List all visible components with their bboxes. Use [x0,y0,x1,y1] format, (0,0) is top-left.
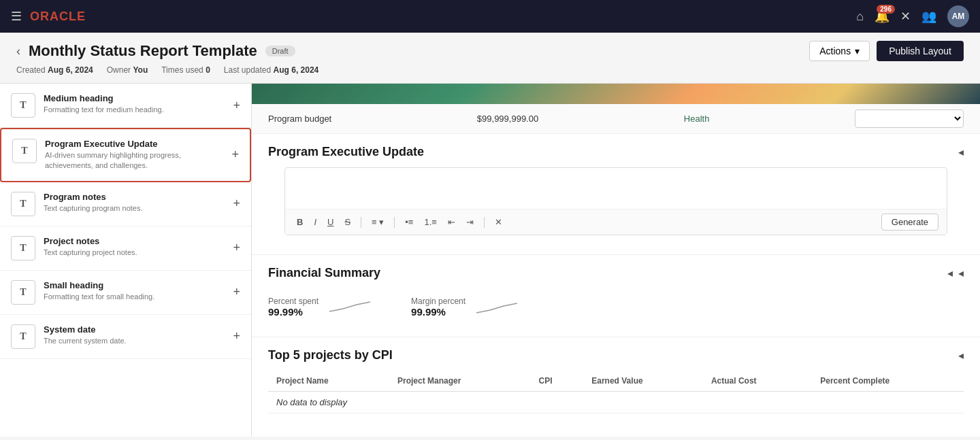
col-cpi: CPI [530,371,583,392]
percent-spent-label: Percent spent [268,297,318,306]
ordered-list-button[interactable]: 1.≡ [421,215,440,229]
sidebar-item-small-heading[interactable]: T Small heading Formatting text for smal… [0,271,251,315]
text-icon-small: T [11,280,35,305]
health-badge: Health [684,114,710,124]
clear-format-button[interactable]: ✕ [491,215,506,229]
percent-spent-info: Percent spent 99.99% [268,297,318,318]
add-project-notes-button[interactable]: + [233,241,240,255]
bold-button[interactable]: B [293,215,306,229]
times-used-label: Times used 0 [161,65,210,75]
sidebar-item-title: Medium heading [44,93,225,103]
indent-button[interactable]: ⇥ [463,215,477,229]
user-x-icon[interactable]: ✕ [900,9,911,24]
margin-percent-value: 99.99% [411,306,466,318]
col-percent-complete: Percent Complete [812,371,964,392]
sidebar-item-text-program-notes: Program notes Text capturing program not… [44,192,225,214]
page-header: ‹ Monthly Status Report Template Draft A… [0,33,980,84]
text-icon-program-notes: T [11,192,35,216]
owner-label: Owner You [107,65,148,75]
generate-button[interactable]: Generate [881,214,938,231]
sidebar-item-text-small: Small heading Formatting text for small … [44,280,225,302]
home-icon[interactable]: ⌂ [856,10,864,24]
financial-collapse-btn-1[interactable]: ◂ [947,267,953,280]
page-title-left: ‹ Monthly Status Report Template Draft [16,42,295,60]
margin-percent-label: Margin percent [411,297,466,306]
add-executive-update-button[interactable]: + [231,148,239,162]
section-title: Program Executive Update [268,145,424,159]
col-earned-value: Earned Value [583,371,703,392]
users-icon[interactable]: 👥 [921,9,936,24]
add-small-heading-button[interactable]: + [233,285,240,299]
editor-content[interactable] [285,168,947,209]
sidebar-item-text-system-date: System date The current system date. [44,324,225,346]
top5-cpi-section: Top 5 projects by CPI ◂ Project Name Pro… [252,337,980,419]
section-header: Program Executive Update ◂ [268,145,964,159]
back-button[interactable]: ‹ [16,44,20,58]
budget-value: $99,999,999.00 [477,114,538,124]
underline-button[interactable]: U [324,215,337,229]
sidebar-item-text-project-notes: Project notes Text capturing project not… [44,236,225,258]
strikethrough-button[interactable]: S [341,215,354,229]
sidebar-item-system-date[interactable]: T System date The current system date. + [0,315,251,359]
toolbar-divider-2 [394,217,395,228]
editor-toolbar: B I U S ≡ ▾ •≡ 1.≡ ⇤ ⇥ ✕ Generate [285,209,947,235]
sidebar-item-desc: Formatting text for small heading. [44,292,225,302]
program-executive-update-section: Program Executive Update ◂ B I U S ≡ ▾ •… [252,134,980,255]
financial-summary-title: Financial Summary [268,266,380,280]
main-layout: T Medium heading Formatting text for med… [0,84,980,437]
sidebar-item-text-medium: Medium heading Formatting text for mediu… [44,93,225,115]
avatar[interactable]: AM [947,5,969,27]
sidebar-item-title: Program Executive Update [45,139,223,149]
draft-badge: Draft [265,46,295,56]
sidebar-item-program-executive-update[interactable]: T Program Executive Update AI-driven sum… [0,128,251,182]
page-title: Monthly Status Report Template [29,42,257,60]
no-data-cell: No data to display [268,392,964,413]
add-program-notes-button[interactable]: + [233,197,240,211]
sidebar-item-desc: The current system date. [44,336,225,346]
notifications-icon[interactable]: 🔔 296 [875,9,889,24]
table-row: No data to display [268,392,964,413]
top5-collapse-button[interactable]: ◂ [958,349,964,362]
align-button[interactable]: ≡ ▾ [368,215,387,229]
oracle-logo: ORACLE [30,10,86,24]
editor-container: B I U S ≡ ▾ •≡ 1.≡ ⇤ ⇥ ✕ Generate [284,167,947,235]
page-title-row: ‹ Monthly Status Report Template Draft A… [16,41,964,61]
content-area: Program budget $99,999,999.00 Health Pro… [252,84,980,437]
sidebar-item-desc: Formatting text for medium heading. [44,105,225,115]
section-collapse-button[interactable]: ◂ [958,146,964,158]
add-medium-heading-button[interactable]: + [233,99,240,113]
topbar-right: ⌂ 🔔 296 ✕ 👥 AM [856,5,969,27]
add-system-date-button[interactable]: + [233,329,240,343]
health-dropdown[interactable] [855,109,964,128]
percent-spent-stat: Percent spent 99.99% [268,297,370,318]
italic-button[interactable]: I [310,215,320,229]
sidebar-item-desc: Text capturing project notes. [44,248,225,258]
financial-section-header: Financial Summary ◂ ◂ [268,266,964,280]
publish-layout-button[interactable]: Publish Layout [877,41,964,61]
budget-row: Program budget $99,999,999.00 Health [252,104,980,134]
text-icon-system-date: T [11,324,35,349]
col-project-name: Project Name [268,371,389,392]
actions-button[interactable]: Actions ▾ [809,41,870,61]
sidebar-item-title: System date [44,324,225,335]
actions-label: Actions [819,46,851,56]
col-actual-cost: Actual Cost [703,371,812,392]
hamburger-icon[interactable]: ☰ [11,9,22,24]
toolbar-divider-1 [361,217,361,228]
sidebar-item-text-executive: Program Executive Update AI-driven summa… [45,139,223,171]
table-header-row: Project Name Project Manager CPI Earned … [268,371,964,392]
sidebar: T Medium heading Formatting text for med… [0,84,252,437]
bullet-list-button[interactable]: •≡ [402,215,416,229]
sidebar-item-title: Program notes [44,192,225,202]
content-banner [252,84,980,104]
sidebar-item-program-notes[interactable]: T Program notes Text capturing program n… [0,182,251,226]
sidebar-item-project-notes[interactable]: T Project notes Text capturing project n… [0,226,251,271]
text-icon-project-notes: T [11,236,35,260]
outdent-button[interactable]: ⇤ [444,215,459,229]
created-label: Created Aug 6, 2024 [16,65,93,75]
margin-percent-info: Margin percent 99.99% [411,297,466,318]
financial-summary-section: Financial Summary ◂ ◂ Percent spent 99.9… [252,255,980,337]
financial-stats: Percent spent 99.99% Margin percent 99.9… [268,288,964,326]
financial-collapse-btn-2[interactable]: ◂ [958,267,964,280]
sidebar-item-medium-heading[interactable]: T Medium heading Formatting text for med… [0,84,251,128]
